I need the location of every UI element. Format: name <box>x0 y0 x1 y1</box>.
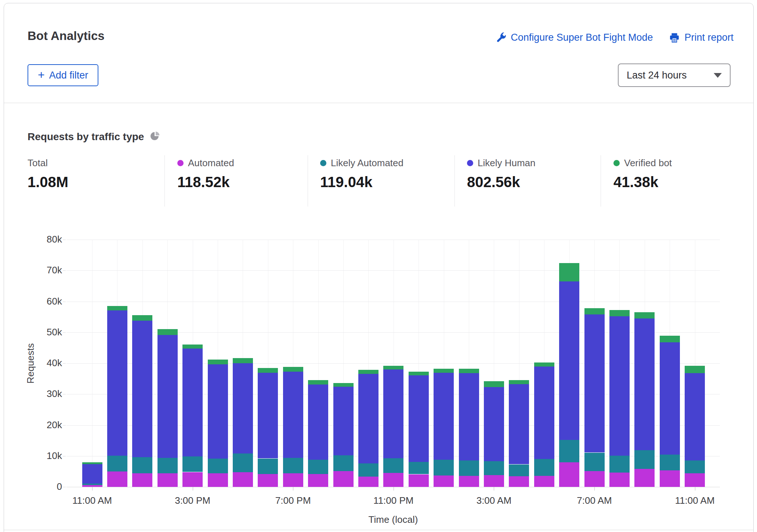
bar-segment-likely-automated[interactable] <box>208 459 228 473</box>
bar-segment-likely-automated[interactable] <box>358 463 378 477</box>
bar-segment-automated[interactable] <box>484 475 504 487</box>
bar-segment-likely-human[interactable] <box>660 342 680 455</box>
bar-segment-likely-human[interactable] <box>584 314 605 453</box>
bar-segment-automated[interactable] <box>584 471 605 487</box>
bar-segment-automated[interactable] <box>534 476 554 487</box>
bar-segment-verified-bot[interactable] <box>82 462 102 464</box>
bar-segment-likely-automated[interactable] <box>258 459 278 474</box>
bar-segment-likely-automated[interactable] <box>484 461 504 475</box>
bar-segment-likely-automated[interactable] <box>182 456 203 472</box>
bar-segment-automated[interactable] <box>308 474 328 487</box>
bar-segment-verified-bot[interactable] <box>283 367 303 372</box>
bar-segment-verified-bot[interactable] <box>509 380 529 384</box>
bar-segment-verified-bot[interactable] <box>258 368 278 373</box>
bar-segment-likely-automated[interactable] <box>509 464 529 477</box>
bar-segment-likely-human[interactable] <box>534 366 554 459</box>
bar-segment-verified-bot[interactable] <box>559 263 579 281</box>
bar-segment-automated[interactable] <box>609 473 630 487</box>
bar-segment-verified-bot[interactable] <box>534 362 554 367</box>
bar-segment-automated[interactable] <box>258 474 278 487</box>
bar-segment-likely-human[interactable] <box>634 318 655 450</box>
bar-segment-likely-human[interactable] <box>107 310 127 456</box>
bar-segment-automated[interactable] <box>660 470 680 487</box>
bar-segment-verified-bot[interactable] <box>383 366 403 369</box>
bar-segment-automated[interactable] <box>333 471 354 487</box>
bar-segment-likely-human[interactable] <box>383 369 403 458</box>
bar-segment-automated[interactable] <box>509 476 529 487</box>
print-report-link[interactable]: Print report <box>669 32 734 43</box>
bar-segment-likely-human[interactable] <box>358 374 378 463</box>
bar-segment-verified-bot[interactable] <box>308 380 328 385</box>
bar-segment-verified-bot[interactable] <box>157 329 178 335</box>
bar-segment-likely-automated[interactable] <box>434 460 454 475</box>
bar-segment-likely-human[interactable] <box>82 464 102 484</box>
bar-segment-likely-human[interactable] <box>132 321 152 457</box>
bar-segment-automated[interactable] <box>182 472 203 487</box>
bar-segment-likely-human[interactable] <box>233 363 253 453</box>
bar-segment-likely-human[interactable] <box>182 349 203 456</box>
bar-segment-automated[interactable] <box>634 469 655 487</box>
bar-segment-likely-automated[interactable] <box>157 458 178 473</box>
bar-segment-likely-automated[interactable] <box>383 458 403 473</box>
bar-segment-verified-bot[interactable] <box>132 315 152 320</box>
bar-segment-verified-bot[interactable] <box>685 366 705 373</box>
bar-segment-automated[interactable] <box>107 471 127 487</box>
bar-segment-likely-automated[interactable] <box>459 460 479 475</box>
bar-segment-likely-automated[interactable] <box>660 455 680 470</box>
bar-segment-likely-automated[interactable] <box>685 460 705 473</box>
bar-segment-automated[interactable] <box>459 476 479 487</box>
bar-segment-automated[interactable] <box>434 475 454 487</box>
bar-segment-likely-human[interactable] <box>609 316 630 456</box>
bar-segment-likely-human[interactable] <box>208 364 228 459</box>
bar-segment-likely-automated[interactable] <box>534 459 554 476</box>
bar-segment-likely-automated[interactable] <box>308 460 328 474</box>
bar-segment-automated[interactable] <box>157 473 178 487</box>
bar-segment-likely-human[interactable] <box>258 373 278 458</box>
bar-segment-verified-bot[interactable] <box>609 310 630 316</box>
bar-segment-automated[interactable] <box>233 472 253 487</box>
bar-segment-likely-automated[interactable] <box>333 455 354 471</box>
bar-segment-verified-bot[interactable] <box>358 370 378 374</box>
bar-segment-automated[interactable] <box>685 473 705 487</box>
bar-segment-verified-bot[interactable] <box>484 381 504 387</box>
bar-segment-likely-automated[interactable] <box>283 458 303 473</box>
bar-segment-likely-human[interactable] <box>157 335 178 458</box>
bar-segment-likely-automated[interactable] <box>132 457 152 473</box>
bar-segment-automated[interactable] <box>409 474 429 487</box>
bar-segment-likely-human[interactable] <box>333 387 354 455</box>
bar-segment-automated[interactable] <box>132 473 152 487</box>
bar-segment-verified-bot[interactable] <box>409 372 429 375</box>
bar-segment-likely-human[interactable] <box>685 373 705 460</box>
bar-segment-verified-bot[interactable] <box>634 312 655 318</box>
bar-segment-automated[interactable] <box>358 477 378 487</box>
bar-segment-verified-bot[interactable] <box>333 383 354 387</box>
bar-segment-automated[interactable] <box>208 473 228 487</box>
bar-segment-verified-bot[interactable] <box>660 336 680 342</box>
bar-segment-likely-automated[interactable] <box>107 456 127 471</box>
bar-segment-likely-automated[interactable] <box>609 456 630 473</box>
add-filter-button[interactable]: + Add filter <box>28 64 98 86</box>
bar-segment-likely-automated[interactable] <box>584 453 605 471</box>
bar-segment-likely-human[interactable] <box>409 375 429 462</box>
bar-segment-likely-human[interactable] <box>509 384 529 464</box>
bar-segment-likely-automated[interactable] <box>634 450 655 469</box>
bar-segment-likely-human[interactable] <box>484 387 504 461</box>
bar-segment-verified-bot[interactable] <box>182 345 203 349</box>
bar-segment-likely-automated[interactable] <box>409 462 429 474</box>
bar-segment-likely-human[interactable] <box>459 373 479 460</box>
bar-segment-likely-human[interactable] <box>283 372 303 458</box>
configure-super-bot-fight-mode-link[interactable]: Configure Super Bot Fight Mode <box>495 32 653 43</box>
bar-segment-verified-bot[interactable] <box>208 360 228 365</box>
bar-segment-likely-human[interactable] <box>308 385 328 460</box>
bar-segment-verified-bot[interactable] <box>107 306 127 310</box>
bar-segment-verified-bot[interactable] <box>434 369 454 373</box>
bar-segment-automated[interactable] <box>283 473 303 487</box>
bar-segment-verified-bot[interactable] <box>459 369 479 373</box>
bar-segment-verified-bot[interactable] <box>584 308 605 314</box>
bar-segment-likely-automated[interactable] <box>233 453 253 472</box>
bar-segment-likely-human[interactable] <box>559 281 579 440</box>
bar-segment-verified-bot[interactable] <box>233 358 253 363</box>
bar-segment-likely-automated[interactable] <box>82 484 102 485</box>
bar-segment-likely-human[interactable] <box>434 373 454 460</box>
bar-segment-likely-automated[interactable] <box>559 440 579 462</box>
